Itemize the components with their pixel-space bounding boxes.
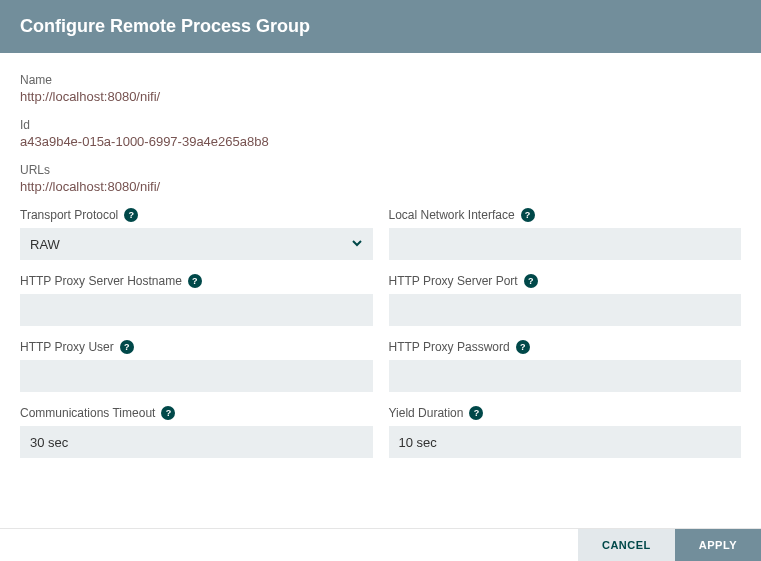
dialog-content: Name http://localhost:8080/nifi/ Id a43a… [0,53,761,492]
transport-protocol-select[interactable] [20,228,373,260]
local-network-interface-input[interactable] [389,228,742,260]
id-label: Id [20,118,741,132]
urls-info: URLs http://localhost:8080/nifi/ [20,163,741,194]
cancel-button[interactable]: CANCEL [578,529,675,561]
help-icon[interactable]: ? [120,340,134,354]
dialog-footer: CANCEL APPLY [0,528,761,561]
dialog-title: Configure Remote Process Group [20,16,310,36]
local-network-interface-label: Local Network Interface ? [389,208,742,222]
help-icon[interactable]: ? [516,340,530,354]
id-info: Id a43a9b4e-015a-1000-6997-39a4e265a8b8 [20,118,741,149]
http-proxy-hostname-input[interactable] [20,294,373,326]
http-proxy-password-input[interactable] [389,360,742,392]
yield-duration-label: Yield Duration ? [389,406,742,420]
http-proxy-port-input[interactable] [389,294,742,326]
http-proxy-port-label: HTTP Proxy Server Port ? [389,274,742,288]
http-proxy-hostname-label: HTTP Proxy Server Hostname ? [20,274,373,288]
name-value: http://localhost:8080/nifi/ [20,89,741,104]
help-icon[interactable]: ? [521,208,535,222]
transport-protocol-input[interactable] [20,228,373,260]
help-icon[interactable]: ? [524,274,538,288]
http-proxy-password-label: HTTP Proxy Password ? [389,340,742,354]
name-label: Name [20,73,741,87]
help-icon[interactable]: ? [161,406,175,420]
id-value: a43a9b4e-015a-1000-6997-39a4e265a8b8 [20,134,741,149]
urls-value: http://localhost:8080/nifi/ [20,179,741,194]
urls-label: URLs [20,163,741,177]
apply-button[interactable]: APPLY [675,529,761,561]
yield-duration-input[interactable] [389,426,742,458]
comm-timeout-input[interactable] [20,426,373,458]
dialog-header: Configure Remote Process Group [0,0,761,53]
help-icon[interactable]: ? [469,406,483,420]
transport-protocol-label: Transport Protocol ? [20,208,373,222]
name-info: Name http://localhost:8080/nifi/ [20,73,741,104]
http-proxy-user-label: HTTP Proxy User ? [20,340,373,354]
help-icon[interactable]: ? [124,208,138,222]
help-icon[interactable]: ? [188,274,202,288]
http-proxy-user-input[interactable] [20,360,373,392]
comm-timeout-label: Communications Timeout ? [20,406,373,420]
